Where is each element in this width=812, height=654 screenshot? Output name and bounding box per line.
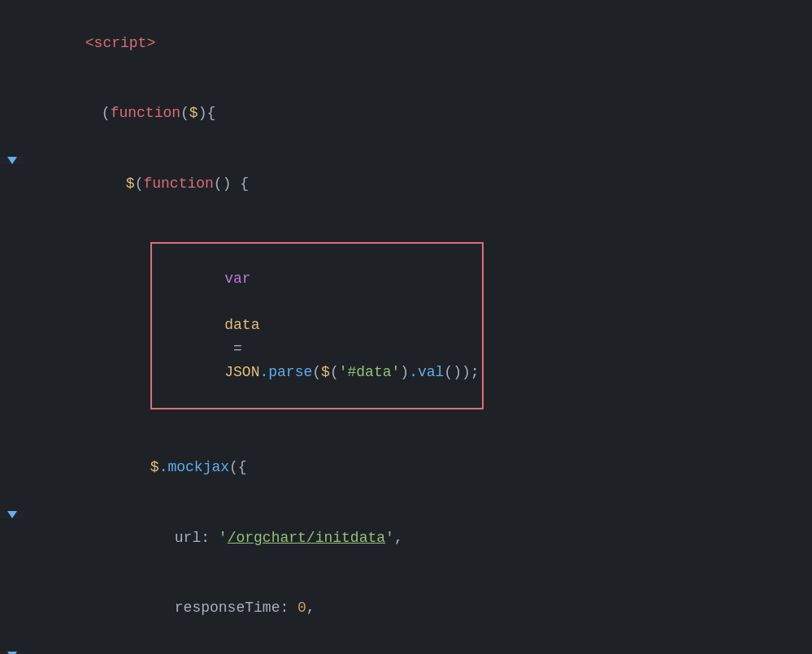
line-content-7: responseTime: 0, — [24, 573, 812, 643]
gutter-6 — [0, 511, 24, 518]
bookmark-icon-6 — [7, 511, 17, 518]
gutter-8 — [0, 652, 24, 654]
line-content-1: <script> — [24, 8, 812, 78]
line-content-8: contentType: 'application/json', — [24, 643, 812, 654]
code-editor: <script> (function($){ $(function() { va… — [0, 0, 812, 654]
tag-open: <script> — [85, 35, 155, 51]
code-line-6: url: '/orgchart/initdata', — [0, 503, 812, 573]
gutter-3 — [0, 157, 24, 164]
bookmark-icon-8 — [7, 652, 17, 654]
line-content-2: (function($){ — [24, 78, 812, 148]
code-line-3: $(function() { — [0, 149, 812, 219]
bookmark-icon-3 — [7, 157, 17, 164]
line-content-6: url: '/orgchart/initdata', — [24, 503, 812, 573]
line-content-4: var data = JSON.parse($('#data').val()); — [24, 219, 812, 432]
code-line-8: contentType: 'application/json', — [0, 643, 812, 654]
code-line-5: $.mockjax({ — [0, 432, 812, 502]
code-line-7: responseTime: 0, — [0, 573, 812, 643]
code-line-1: <script> — [0, 8, 812, 78]
code-line-4: var data = JSON.parse($('#data').val()); — [0, 219, 812, 432]
code-line-2: (function($){ — [0, 78, 812, 148]
line-content-3: $(function() { — [24, 149, 812, 219]
highlight-var-data: var data = JSON.parse($('#data').val()); — [150, 242, 484, 409]
line-content-5: $.mockjax({ — [24, 432, 812, 502]
